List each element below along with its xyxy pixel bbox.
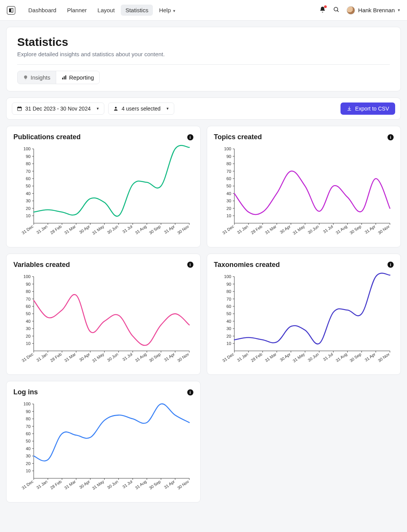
x-tick-label: 31 Dec [21, 479, 34, 491]
x-tick-label: 31 Aug [134, 479, 147, 490]
chart-info-button-variables[interactable]: i [187, 262, 193, 268]
y-tick-label: 80 [226, 289, 231, 294]
x-tick-label: 31 May [91, 224, 105, 235]
y-tick-label: 30 [26, 198, 31, 203]
x-tick-label: 30 Apr [279, 351, 292, 362]
y-tick-label: 80 [26, 417, 31, 421]
date-range-picker[interactable]: 31 Dec 2023 - 30 Nov 2024 ▼ [12, 102, 104, 115]
view-segmented-control: Insights Reporting [17, 71, 100, 84]
x-tick-label: 30 Nov [177, 351, 190, 363]
page-subtitle: Explore detailed insights and statistics… [17, 51, 390, 57]
x-tick-label: 31 Apr [163, 351, 176, 362]
y-tick-label: 60 [26, 304, 31, 309]
date-range-label: 31 Dec 2023 - 30 Nov 2024 [25, 106, 91, 112]
y-tick-label: 30 [26, 454, 31, 459]
x-tick-label: 31 Jul [322, 224, 334, 234]
x-tick-label: 30 Jun [106, 224, 119, 235]
series-line-taxonomies [234, 273, 390, 344]
x-tick-label: 31 Aug [335, 224, 348, 235]
x-tick-label: 31 Apr [163, 479, 176, 490]
nav-dashboard[interactable]: Dashboard [24, 5, 61, 16]
chart-card-topics: Topics createdi10203040506070809010031 D… [207, 126, 401, 247]
chevron-down-icon: ▼ [166, 107, 169, 111]
svg-rect-1 [11, 8, 13, 12]
chart-title-topics: Topics created [214, 133, 262, 141]
x-tick-label: 30 Jun [307, 351, 319, 362]
y-tick-label: 50 [26, 311, 31, 316]
svg-rect-6 [65, 75, 66, 80]
x-tick-label: 31 Jul [122, 224, 133, 234]
y-tick-label: 90 [26, 409, 31, 414]
y-tick-label: 50 [26, 439, 31, 444]
x-tick-label: 30 Apr [78, 351, 91, 362]
x-tick-label: 31 Dec [21, 224, 34, 235]
search-button[interactable] [333, 6, 340, 14]
x-tick-label: 31 Dec [221, 224, 235, 235]
export-csv-button[interactable]: Export to CSV [341, 102, 395, 115]
svg-rect-0 [9, 8, 11, 12]
x-tick-label: 31 Apr [163, 224, 176, 234]
nav-planner[interactable]: Planner [62, 5, 91, 16]
chart-info-button-taxonomies[interactable]: i [388, 262, 394, 268]
x-tick-label: 31 Aug [134, 351, 147, 363]
series-line-topics [234, 171, 390, 215]
nav-statistics[interactable]: Statistics [121, 5, 153, 16]
x-tick-label: 31 Dec [21, 351, 34, 363]
chart-info-button-logins[interactable]: i [187, 389, 193, 395]
y-tick-label: 100 [224, 146, 231, 151]
x-tick-label: 28 Feb [49, 351, 62, 363]
chevron-down-icon: ▼ [96, 107, 99, 111]
x-tick-label: 30 Jun [307, 224, 319, 235]
x-tick-label: 30 Sep [349, 224, 362, 235]
y-tick-label: 10 [26, 213, 31, 218]
avatar [347, 6, 355, 15]
series-line-variables [34, 294, 189, 345]
x-tick-label: 31 Jan [36, 224, 48, 235]
x-tick-label: 30 Apr [279, 224, 292, 234]
tab-reporting[interactable]: Reporting [56, 71, 99, 84]
notification-dot-icon [324, 5, 327, 8]
x-tick-label: 30 Sep [148, 351, 162, 363]
x-tick-label: 28 Feb [250, 351, 263, 363]
nav-layout[interactable]: Layout [93, 5, 119, 16]
y-tick-label: 10 [226, 341, 231, 346]
tab-reporting-label: Reporting [69, 74, 94, 81]
page-header-card: Statistics Explore detailed insights and… [6, 27, 401, 91]
y-tick-label: 70 [26, 296, 31, 301]
user-menu[interactable]: Hank Brennan ▾ [347, 6, 400, 15]
x-tick-label: 31 Apr [364, 351, 376, 362]
filter-bar: 31 Dec 2023 - 30 Nov 2024 ▼ 4 users sele… [6, 98, 401, 120]
x-tick-label: 31 May [91, 479, 105, 491]
chart-card-taxonomies: Taxonomies createdi102030405060708090100… [207, 254, 401, 375]
x-tick-label: 31 Aug [134, 224, 147, 235]
chart-info-button-publications[interactable]: i [187, 134, 193, 140]
calendar-icon [17, 106, 22, 111]
chart-svg-variables: 10203040506070809010031 Dec31 Jan28 Feb3… [13, 273, 193, 371]
y-tick-label: 50 [226, 184, 231, 188]
y-tick-label: 60 [226, 304, 231, 309]
x-tick-label: 28 Feb [250, 224, 263, 235]
x-tick-label: 30 Nov [177, 479, 190, 491]
y-tick-label: 70 [226, 296, 231, 301]
nav-help[interactable]: Help ▾ [154, 5, 180, 16]
x-tick-label: 30 Jun [106, 351, 119, 362]
notifications-button[interactable] [319, 6, 326, 14]
tab-insights[interactable]: Insights [18, 71, 56, 84]
y-tick-label: 20 [26, 461, 31, 466]
y-tick-label: 60 [26, 176, 31, 181]
y-tick-label: 40 [26, 446, 31, 451]
x-tick-label: 31 Jan [36, 351, 48, 362]
svg-rect-8 [18, 107, 22, 108]
chevron-down-icon: ▾ [173, 8, 175, 13]
chart-info-button-topics[interactable]: i [388, 134, 394, 140]
y-tick-label: 10 [26, 469, 31, 473]
x-tick-label: 31 Jul [122, 351, 133, 361]
x-tick-label: 30 Sep [349, 351, 362, 363]
x-tick-label: 31 Jan [236, 224, 249, 235]
user-filter-picker[interactable]: 4 users selected ▼ [108, 102, 174, 115]
x-tick-label: 31 Apr [364, 224, 376, 234]
app-logo[interactable] [7, 6, 15, 15]
x-tick-label: 31 Mar [63, 351, 77, 363]
y-tick-label: 70 [226, 169, 231, 174]
y-tick-label: 10 [226, 213, 231, 218]
